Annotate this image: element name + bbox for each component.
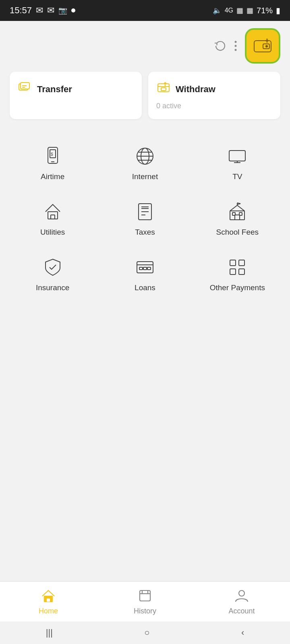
taxes-label: Taxes [135,228,155,237]
svg-rect-47 [230,269,236,275]
service-item-other-payments[interactable]: Other Payments [191,246,284,302]
android-back-button[interactable]: ‹ [233,624,252,641]
svg-text:$: $ [51,152,53,157]
history-nav-label: History [134,607,156,615]
loans-label: Loans [135,283,155,292]
service-item-airtime[interactable]: $ Airtime [6,135,99,191]
svg-rect-44 [147,267,151,270]
account-nav-label: Account [228,607,255,615]
airtime-label: Airtime [41,172,64,181]
nav-account[interactable]: Account [193,582,290,621]
status-bar: 15:57 ✉ ✉ 📷 🔈 4G ▦ ▦ 71% ▮ [0,0,290,21]
wallet-fab-button[interactable] [245,28,280,64]
mail-icon-2: ✉ [47,5,54,16]
insurance-label: Insurance [36,283,69,292]
action-cards: Transfer Withdraw 0 active [0,67,290,129]
android-nav: ||| ○ ‹ [0,621,290,644]
service-item-utilities[interactable]: Utilities [6,191,99,246]
insurance-icon [41,256,64,279]
home-nav-label: Home [39,607,58,615]
withdraw-subtitle: 0 active [156,102,272,110]
status-left: 15:57 ✉ ✉ 📷 [10,5,75,16]
svg-point-54 [239,590,244,596]
service-grid: $ Airtime Internet TV [0,129,290,308]
signal-icon: ▦ [236,6,243,15]
transfer-card[interactable]: Transfer [10,72,142,119]
svg-rect-45 [230,260,236,266]
svg-rect-14 [161,88,166,91]
battery-label: 71% [257,6,273,15]
photo-icon: 📷 [58,6,67,15]
loans-icon [134,256,156,279]
header-actions [0,21,290,67]
more-options-button[interactable] [234,40,238,52]
android-recents-button[interactable]: ||| [38,624,61,641]
android-home-button[interactable]: ○ [136,624,157,641]
account-nav-icon [234,588,249,605]
svg-rect-46 [239,260,244,266]
network-4g: 4G [225,7,233,14]
history-nav-icon [137,588,153,605]
home-nav-icon [41,588,56,605]
withdraw-title: Withdraw [176,84,215,95]
status-right: 🔈 4G ▦ ▦ 71% ▮ [213,6,280,15]
school-fees-icon [226,200,249,223]
svg-point-2 [235,49,237,51]
taxes-icon [134,200,156,223]
svg-rect-25 [229,151,245,161]
battery-icon: ▮ [276,6,280,15]
mail-icon-1: ✉ [36,5,43,16]
withdraw-icon [156,80,171,98]
internet-icon [134,145,156,167]
svg-rect-48 [239,269,244,275]
service-item-loans[interactable]: Loans [99,246,191,302]
bottom-nav: Home History Account [0,581,290,621]
svg-rect-42 [139,267,143,270]
other-payments-icon [226,256,249,279]
svg-rect-36 [235,215,240,220]
refresh-button[interactable] [214,40,226,52]
service-item-tv[interactable]: TV [191,135,284,191]
service-item-internet[interactable]: Internet [99,135,191,191]
transfer-title: Transfer [37,84,72,95]
other-payments-label: Other Payments [210,283,265,292]
internet-label: Internet [132,172,158,181]
school-fees-label: School Fees [216,228,259,237]
withdraw-card[interactable]: Withdraw 0 active [148,72,280,119]
utilities-label: Utilities [40,228,65,237]
time: 15:57 [10,5,32,16]
svg-rect-43 [143,267,147,270]
service-item-taxes[interactable]: Taxes [99,191,191,246]
nav-history[interactable]: History [97,582,193,621]
svg-rect-29 [51,215,55,219]
mute-icon: 🔈 [213,6,222,15]
transfer-icon [18,80,32,98]
svg-rect-51 [140,590,150,601]
nav-home[interactable]: Home [0,582,97,621]
svg-point-1 [235,45,237,47]
airtime-icon: $ [41,145,64,167]
svg-rect-50 [47,599,50,602]
service-item-school-fees[interactable]: School Fees [191,191,284,246]
signal-icon-2: ▦ [246,6,253,15]
utilities-icon [41,200,64,223]
tv-label: TV [232,172,242,181]
dot-icon [71,8,75,12]
tv-icon [226,145,249,167]
svg-point-0 [235,41,237,43]
service-item-insurance[interactable]: Insurance [6,246,99,302]
svg-point-5 [266,45,267,47]
